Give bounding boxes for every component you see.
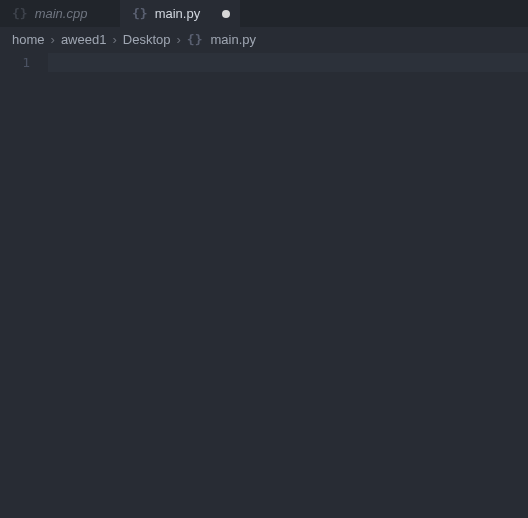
chevron-right-icon: › bbox=[51, 32, 55, 47]
braces-icon: {} bbox=[12, 7, 28, 20]
code-area[interactable] bbox=[48, 51, 528, 518]
gutter: 1 bbox=[0, 51, 48, 518]
chevron-right-icon: › bbox=[112, 32, 116, 47]
code-line[interactable] bbox=[48, 53, 528, 72]
braces-icon: {} bbox=[132, 7, 148, 20]
breadcrumb-file[interactable]: main.py bbox=[210, 32, 256, 47]
modified-dot-icon bbox=[222, 10, 230, 18]
editor: 1 bbox=[0, 51, 528, 518]
braces-icon: {} bbox=[187, 33, 203, 46]
chevron-right-icon: › bbox=[176, 32, 180, 47]
line-number: 1 bbox=[0, 53, 48, 72]
breadcrumb-segment[interactable]: home bbox=[12, 32, 45, 47]
tab-label: main.py bbox=[155, 6, 201, 21]
breadcrumb-segment[interactable]: Desktop bbox=[123, 32, 171, 47]
breadcrumb-segment[interactable]: aweed1 bbox=[61, 32, 107, 47]
tab-label: main.cpp bbox=[35, 6, 88, 21]
tab-main-cpp[interactable]: {} main.cpp bbox=[0, 0, 120, 27]
breadcrumb: home › aweed1 › Desktop › {} main.py bbox=[0, 27, 528, 51]
tab-bar: {} main.cpp {} main.py bbox=[0, 0, 528, 27]
tab-main-py[interactable]: {} main.py bbox=[120, 0, 240, 27]
